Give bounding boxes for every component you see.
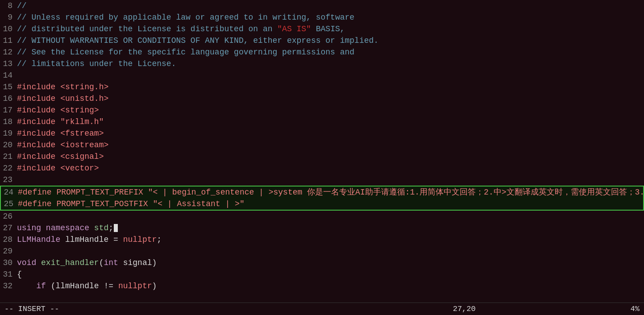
code-line-21: 21 #include <csignal> bbox=[0, 151, 644, 162]
line-content-30: void exit_handler(int signal) bbox=[17, 257, 644, 269]
line-content-16: #include <unistd.h> bbox=[17, 93, 644, 104]
code-editor: 8 // 9 // Unless required by applicable … bbox=[0, 0, 644, 315]
code-line-20: 20 #include <iostream> bbox=[0, 139, 644, 151]
code-line-19: 19 #include <fstream> bbox=[0, 128, 644, 139]
code-line-17: 17 #include <string> bbox=[0, 104, 644, 116]
code-line-14: 14 bbox=[0, 70, 644, 81]
line-num-21: 21 bbox=[0, 151, 17, 162]
line-num-22: 22 bbox=[0, 162, 17, 174]
line-num-27: 27 bbox=[0, 222, 17, 234]
code-line-11: 11 // WITHOUT WARRANTIES OR CONDITIONS O… bbox=[0, 35, 644, 46]
line-num-26: 26 bbox=[0, 211, 17, 222]
code-line-31: 31 { bbox=[0, 269, 644, 280]
line-num-23: 23 bbox=[0, 174, 17, 186]
line-num-8: 8 bbox=[0, 0, 17, 12]
line-content-19: #include <fstream> bbox=[17, 128, 644, 139]
line-content-21: #include <csignal> bbox=[17, 151, 644, 162]
line-num-24: 24 bbox=[1, 187, 18, 198]
code-line-27: 27 using namespace std; bbox=[0, 222, 644, 234]
line-num-18: 18 bbox=[0, 116, 17, 128]
line-num-9: 9 bbox=[0, 12, 17, 23]
line-content-11: // WITHOUT WARRANTIES OR CONDITIONS OF A… bbox=[17, 35, 644, 46]
line-num-14: 14 bbox=[0, 70, 17, 81]
line-num-15: 15 bbox=[0, 81, 17, 93]
line-num-10: 10 bbox=[0, 23, 17, 35]
line-num-30: 30 bbox=[0, 257, 17, 269]
cursor-position: 27,20 4% bbox=[453, 305, 640, 313]
code-line-13: 13 // limitations under the License. bbox=[0, 58, 644, 70]
code-line-16: 16 #include <unistd.h> bbox=[0, 93, 644, 104]
code-line-28: 28 LLMHandle llmHandle = nullptr; bbox=[0, 234, 644, 245]
line-content-32: if (llmHandle != nullptr) bbox=[17, 280, 644, 292]
line-content-12: // See the License for the specific lang… bbox=[17, 46, 644, 58]
line-num-31: 31 bbox=[0, 269, 17, 280]
line-content-28: LLMHandle llmHandle = nullptr; bbox=[17, 234, 644, 245]
code-line-15: 15 #include <string.h> bbox=[0, 81, 644, 93]
line-content-18: #include "rkllm.h" bbox=[17, 116, 644, 128]
line-num-17: 17 bbox=[0, 104, 17, 116]
scroll-percent: 4% bbox=[631, 305, 640, 313]
line-content-17: #include <string> bbox=[17, 104, 644, 116]
code-line-22: 22 #include <vector> bbox=[0, 162, 644, 174]
highlighted-block: 24 #define PROMPT_TEXT_PREFIX "< | begin… bbox=[0, 186, 644, 211]
line-num-20: 20 bbox=[0, 139, 17, 151]
code-line-18: 18 #include "rkllm.h" bbox=[0, 116, 644, 128]
line-num-32: 32 bbox=[0, 280, 17, 292]
code-line-24: 24 #define PROMPT_TEXT_PREFIX "< | begin… bbox=[1, 187, 643, 198]
line-content-9: // Unless required by applicable law or … bbox=[17, 12, 644, 23]
line-num-25: 25 bbox=[1, 198, 18, 210]
status-bar: -- INSERT -- 27,20 4% bbox=[0, 303, 644, 315]
line-num-12: 12 bbox=[0, 46, 17, 58]
code-line-26: 26 bbox=[0, 211, 644, 222]
code-line-9: 9 // Unless required by applicable law o… bbox=[0, 12, 644, 23]
line-content-25: #define PROMPT_TEXT_POSTFIX "< | Assista… bbox=[18, 198, 643, 210]
code-line-10: 10 // distributed under the License is d… bbox=[0, 23, 644, 35]
line-num-29: 29 bbox=[0, 245, 17, 257]
editor-mode: -- INSERT -- bbox=[4, 305, 59, 313]
code-line-25: 25 #define PROMPT_TEXT_POSTFIX "< | Assi… bbox=[1, 198, 643, 210]
line-num-13: 13 bbox=[0, 58, 17, 70]
line-num-28: 28 bbox=[0, 234, 17, 245]
line-content-8: // bbox=[17, 0, 644, 12]
code-line-29: 29 bbox=[0, 245, 644, 257]
code-line-30: 30 void exit_handler(int signal) bbox=[0, 257, 644, 269]
line-content-31: { bbox=[17, 269, 644, 280]
code-line-12: 12 // See the License for the specific l… bbox=[0, 46, 644, 58]
code-area[interactable]: 8 // 9 // Unless required by applicable … bbox=[0, 0, 644, 303]
line-content-22: #include <vector> bbox=[17, 162, 644, 174]
line-num-19: 19 bbox=[0, 128, 17, 139]
line-content-27: using namespace std; bbox=[17, 222, 644, 234]
code-line-32: 32 if (llmHandle != nullptr) bbox=[0, 280, 644, 292]
line-content-24: #define PROMPT_TEXT_PREFIX "< | begin_of… bbox=[18, 187, 644, 198]
line-content-15: #include <string.h> bbox=[17, 81, 644, 93]
line-content-10: // distributed under the License is dist… bbox=[17, 23, 644, 35]
code-line-23: 23 bbox=[0, 174, 644, 186]
line-content-13: // limitations under the License. bbox=[17, 58, 644, 70]
line-num-16: 16 bbox=[0, 93, 17, 104]
line-content-20: #include <iostream> bbox=[17, 139, 644, 151]
line-num-11: 11 bbox=[0, 35, 17, 46]
code-line-8: 8 // bbox=[0, 0, 644, 12]
